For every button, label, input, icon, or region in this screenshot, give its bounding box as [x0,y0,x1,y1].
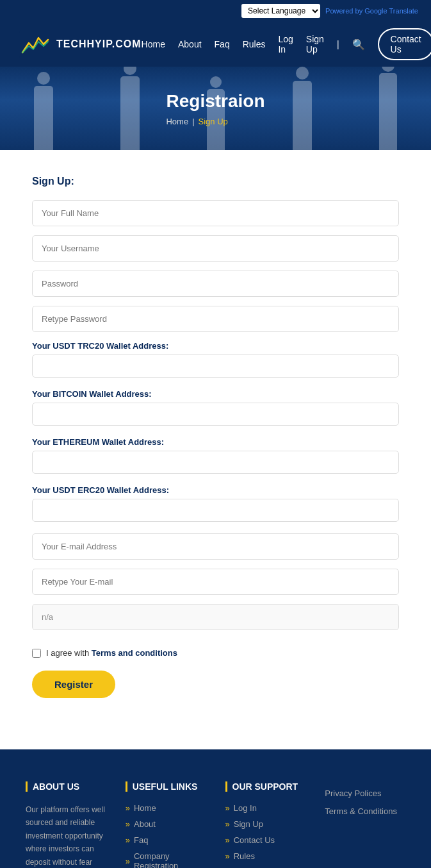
powered-by-label: Powered by Google Translate [325,7,418,15]
search-icon[interactable]: 🔍 [352,38,365,51]
language-select[interactable]: Select Language [241,4,320,18]
list-item: Home [126,803,206,813]
ethereum-section: Your ETHEREUM Wallet Address: [32,437,399,485]
footer-link-company-reg[interactable]: Company Registration [126,851,206,868]
page-title: Registraion [166,91,264,112]
list-item: About [126,819,206,829]
footer: ABOUT US Our platform offers well source… [0,749,431,868]
usdt-trc20-label: Your USDT TRC20 Wallet Address: [32,341,399,351]
retype-email-group [32,569,399,595]
footer-link-home[interactable]: Home [126,803,206,813]
footer-support-login[interactable]: Log In [225,803,306,813]
nav-signup[interactable]: Sign Up [306,34,324,54]
email-group [32,533,399,560]
footer-support: OUR SUPPORT Log In Sign Up Contact Us Ru… [225,781,306,868]
breadcrumb: Home | Sign Up [166,117,264,126]
retype-email-input[interactable] [32,569,399,595]
footer-link-faq[interactable]: Faq [126,835,206,845]
footer-about-desc: Our platform offers well sourced and rel… [26,803,106,868]
footer-about-title: ABOUT US [26,781,106,792]
logo[interactable]: TECHHYIP.COM [19,30,142,59]
footer-about: ABOUT US Our platform offers well source… [26,781,106,868]
register-button[interactable]: Register [32,671,115,698]
referrer-group: n/a [32,604,399,639]
email-input[interactable] [32,533,399,560]
terms-link[interactable]: Terms and conditions [92,648,177,658]
full-name-group [32,200,399,226]
bitcoin-input[interactable] [32,403,399,426]
list-item: Log In [225,803,306,813]
username-input[interactable] [32,235,399,262]
username-group [32,235,399,262]
usdt-erc20-input[interactable] [32,499,399,522]
list-item: Faq [126,835,206,845]
ethereum-label: Your ETHEREUM Wallet Address: [32,437,399,447]
main-nav: Home About Faq Rules Log In Sign Up | 🔍 … [142,28,431,60]
footer-support-title: OUR SUPPORT [225,781,306,792]
password-input[interactable] [32,271,399,297]
usdt-trc20-section: Your USDT TRC20 Wallet Address: [32,341,399,389]
footer-terms[interactable]: Terms & Conditions [325,806,397,816]
logo-icon [19,30,51,59]
list-item: Terms & Conditions [325,806,405,816]
nav-divider: | [337,39,339,49]
usdt-erc20-label: Your USDT ERC20 Wallet Address: [32,485,399,495]
nav-about[interactable]: About [178,39,202,49]
nav-login[interactable]: Log In [278,34,293,54]
footer-useful-title: USEFUL LINKS [126,781,206,792]
nav-home[interactable]: Home [142,39,165,49]
breadcrumb-separator: | [192,117,194,126]
bitcoin-label: Your BITCOIN Wallet Address: [32,389,399,399]
breadcrumb-home[interactable]: Home [166,117,188,126]
password-group [32,271,399,297]
list-item: Privacy Polices [325,788,405,798]
footer-privacy[interactable]: Privacy Polices [325,789,381,798]
list-item: Company Registration [126,851,206,868]
usdt-trc20-input[interactable] [32,355,399,378]
bitcoin-section: Your BITCOIN Wallet Address: [32,389,399,437]
hero-banner: Registraion Home | Sign Up [0,67,431,150]
list-item: Rules [225,851,306,861]
full-name-input[interactable] [32,200,399,226]
footer-useful-links: USEFUL LINKS Home About Faq Company Regi… [126,781,206,868]
footer-link-about[interactable]: About [126,819,206,829]
retype-password-input[interactable] [32,306,399,332]
logo-text: TECHHYIP.COM [56,38,142,50]
nav-faq[interactable]: Faq [215,39,230,49]
main-content: Sign Up: Your USDT TRC20 Wallet Address:… [0,150,431,749]
footer-useful-list: Home About Faq Company Registration [126,803,206,868]
top-bar: Select Language Powered by Google Transl… [0,0,431,22]
footer-grid: ABOUT US Our platform offers well source… [26,781,405,868]
footer-extra-list: Privacy Polices Terms & Conditions [325,788,405,816]
list-item: Sign Up [225,819,306,829]
footer-extra: Privacy Polices Terms & Conditions [325,781,405,868]
usdt-erc20-section: Your USDT ERC20 Wallet Address: [32,485,399,533]
referrer-input: n/a [32,604,399,630]
list-item: Contact Us [225,835,306,845]
nav-rules[interactable]: Rules [243,39,266,49]
ethereum-input[interactable] [32,451,399,474]
terms-row: I agree with Terms and conditions [32,648,399,658]
form-section-title: Sign Up: [32,176,399,187]
footer-support-signup[interactable]: Sign Up [225,819,306,829]
footer-support-contact[interactable]: Contact Us [225,835,306,845]
breadcrumb-current: Sign Up [199,117,228,126]
agree-checkbox[interactable] [32,649,41,658]
retype-password-group [32,306,399,332]
header: TECHHYIP.COM Home About Faq Rules Log In… [0,22,431,67]
hero-content: Registraion Home | Sign Up [166,91,264,126]
footer-support-list: Log In Sign Up Contact Us Rules [225,803,306,861]
footer-support-rules[interactable]: Rules [225,851,306,861]
contact-button[interactable]: Contact Us [378,28,431,60]
agree-label: I agree with Terms and conditions [46,648,177,658]
